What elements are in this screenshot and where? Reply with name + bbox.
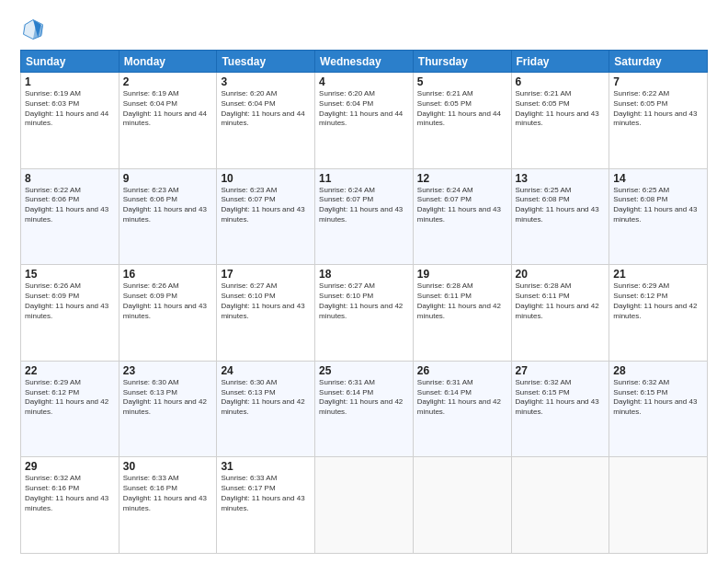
calendar-day-cell: 11 Sunrise: 6:24 AM Sunset: 6:07 PM Dayl…: [315, 168, 414, 265]
calendar-day-cell: 7 Sunrise: 6:22 AM Sunset: 6:05 PM Dayli…: [609, 73, 708, 169]
weekday-header-cell: Friday: [511, 51, 609, 73]
day-number: 30: [123, 460, 213, 473]
day-number: 9: [123, 172, 213, 185]
calendar-day-cell: 30 Sunrise: 6:33 AM Sunset: 6:16 PM Dayl…: [119, 457, 217, 554]
calendar-day-cell: 12 Sunrise: 6:24 AM Sunset: 6:07 PM Dayl…: [413, 168, 511, 265]
day-number: 5: [417, 75, 507, 88]
calendar-week-row: 22 Sunrise: 6:29 AM Sunset: 6:12 PM Dayl…: [21, 361, 708, 457]
day-info: Sunrise: 6:28 AM Sunset: 6:11 PM Dayligh…: [516, 282, 606, 321]
day-number: 25: [319, 364, 409, 377]
calendar-day-cell: 19 Sunrise: 6:28 AM Sunset: 6:11 PM Dayl…: [413, 265, 511, 362]
day-info: Sunrise: 6:26 AM Sunset: 6:09 PM Dayligh…: [123, 282, 213, 321]
calendar-day-cell: 8 Sunrise: 6:22 AM Sunset: 6:06 PM Dayli…: [21, 168, 119, 265]
day-number: 1: [25, 75, 115, 88]
calendar-day-cell: 25 Sunrise: 6:31 AM Sunset: 6:14 PM Dayl…: [315, 361, 414, 457]
day-info: Sunrise: 6:30 AM Sunset: 6:13 PM Dayligh…: [123, 378, 213, 418]
day-number: 12: [417, 172, 507, 185]
calendar-day-cell: [413, 457, 511, 554]
day-info: Sunrise: 6:29 AM Sunset: 6:12 PM Dayligh…: [613, 282, 703, 321]
calendar-week-row: 15 Sunrise: 6:26 AM Sunset: 6:09 PM Dayl…: [21, 265, 708, 362]
day-info: Sunrise: 6:25 AM Sunset: 6:08 PM Dayligh…: [613, 186, 703, 225]
calendar-day-cell: 27 Sunrise: 6:32 AM Sunset: 6:15 PM Dayl…: [511, 361, 609, 457]
weekday-header-cell: Thursday: [413, 51, 511, 73]
calendar-body: 1 Sunrise: 6:19 AM Sunset: 6:03 PM Dayli…: [21, 73, 708, 554]
day-number: 3: [221, 75, 311, 88]
calendar-day-cell: 6 Sunrise: 6:21 AM Sunset: 6:05 PM Dayli…: [511, 73, 609, 169]
calendar-day-cell: 15 Sunrise: 6:26 AM Sunset: 6:09 PM Dayl…: [21, 265, 119, 362]
day-number: 14: [613, 172, 703, 185]
day-number: 18: [319, 268, 409, 281]
calendar-day-cell: 17 Sunrise: 6:27 AM Sunset: 6:10 PM Dayl…: [217, 265, 315, 362]
day-info: Sunrise: 6:32 AM Sunset: 6:15 PM Dayligh…: [613, 378, 703, 418]
calendar-table: SundayMondayTuesdayWednesdayThursdayFrid…: [20, 50, 708, 554]
calendar-day-cell: 23 Sunrise: 6:30 AM Sunset: 6:13 PM Dayl…: [119, 361, 217, 457]
day-number: 13: [516, 172, 606, 185]
day-info: Sunrise: 6:29 AM Sunset: 6:12 PM Dayligh…: [25, 378, 115, 418]
day-info: Sunrise: 6:32 AM Sunset: 6:16 PM Dayligh…: [25, 474, 115, 513]
day-number: 15: [25, 268, 115, 281]
calendar-day-cell: 1 Sunrise: 6:19 AM Sunset: 6:03 PM Dayli…: [21, 73, 119, 169]
calendar-day-cell: [609, 457, 708, 554]
logo-icon: [20, 17, 46, 42]
day-number: 8: [25, 172, 115, 185]
logo: [20, 17, 50, 42]
day-number: 11: [319, 172, 409, 185]
day-number: 17: [221, 268, 311, 281]
calendar-day-cell: 28 Sunrise: 6:32 AM Sunset: 6:15 PM Dayl…: [609, 361, 708, 457]
calendar-day-cell: 29 Sunrise: 6:32 AM Sunset: 6:16 PM Dayl…: [21, 457, 119, 554]
day-info: Sunrise: 6:32 AM Sunset: 6:15 PM Dayligh…: [516, 378, 606, 418]
calendar-day-cell: 5 Sunrise: 6:21 AM Sunset: 6:05 PM Dayli…: [413, 73, 511, 169]
calendar-day-cell: 4 Sunrise: 6:20 AM Sunset: 6:04 PM Dayli…: [315, 73, 414, 169]
calendar-day-cell: 13 Sunrise: 6:25 AM Sunset: 6:08 PM Dayl…: [511, 168, 609, 265]
calendar-day-cell: 3 Sunrise: 6:20 AM Sunset: 6:04 PM Dayli…: [217, 73, 315, 169]
weekday-header-row: SundayMondayTuesdayWednesdayThursdayFrid…: [21, 51, 708, 73]
day-info: Sunrise: 6:33 AM Sunset: 6:17 PM Dayligh…: [221, 474, 311, 513]
weekday-header-cell: Wednesday: [315, 51, 414, 73]
calendar-day-cell: 16 Sunrise: 6:26 AM Sunset: 6:09 PM Dayl…: [119, 265, 217, 362]
calendar-day-cell: 10 Sunrise: 6:23 AM Sunset: 6:07 PM Dayl…: [217, 168, 315, 265]
day-info: Sunrise: 6:21 AM Sunset: 6:05 PM Dayligh…: [516, 89, 606, 129]
weekday-header-cell: Sunday: [21, 51, 119, 73]
day-info: Sunrise: 6:33 AM Sunset: 6:16 PM Dayligh…: [123, 474, 213, 513]
day-info: Sunrise: 6:24 AM Sunset: 6:07 PM Dayligh…: [417, 186, 507, 225]
day-number: 26: [417, 364, 507, 377]
day-number: 23: [123, 364, 213, 377]
day-info: Sunrise: 6:31 AM Sunset: 6:14 PM Dayligh…: [417, 378, 507, 418]
day-number: 27: [516, 364, 606, 377]
day-info: Sunrise: 6:28 AM Sunset: 6:11 PM Dayligh…: [417, 282, 507, 321]
day-info: Sunrise: 6:22 AM Sunset: 6:05 PM Dayligh…: [613, 89, 703, 129]
calendar-day-cell: 26 Sunrise: 6:31 AM Sunset: 6:14 PM Dayl…: [413, 361, 511, 457]
day-info: Sunrise: 6:26 AM Sunset: 6:09 PM Dayligh…: [25, 282, 115, 321]
day-info: Sunrise: 6:23 AM Sunset: 6:06 PM Dayligh…: [123, 186, 213, 225]
day-info: Sunrise: 6:27 AM Sunset: 6:10 PM Dayligh…: [319, 282, 409, 321]
calendar-day-cell: 18 Sunrise: 6:27 AM Sunset: 6:10 PM Dayl…: [315, 265, 414, 362]
day-number: 28: [613, 364, 703, 377]
day-number: 21: [613, 268, 703, 281]
calendar-day-cell: 9 Sunrise: 6:23 AM Sunset: 6:06 PM Dayli…: [119, 168, 217, 265]
calendar-day-cell: [315, 457, 414, 554]
page: SundayMondayTuesdayWednesdayThursdayFrid…: [0, 0, 728, 563]
day-info: Sunrise: 6:27 AM Sunset: 6:10 PM Dayligh…: [221, 282, 311, 321]
weekday-header-cell: Tuesday: [217, 51, 315, 73]
day-number: 29: [25, 460, 115, 473]
day-number: 2: [123, 75, 213, 88]
day-number: 6: [516, 75, 606, 88]
weekday-header-cell: Saturday: [609, 51, 708, 73]
day-number: 24: [221, 364, 311, 377]
day-info: Sunrise: 6:23 AM Sunset: 6:07 PM Dayligh…: [221, 186, 311, 225]
calendar-week-row: 29 Sunrise: 6:32 AM Sunset: 6:16 PM Dayl…: [21, 457, 708, 554]
day-number: 20: [516, 268, 606, 281]
calendar-week-row: 8 Sunrise: 6:22 AM Sunset: 6:06 PM Dayli…: [21, 168, 708, 265]
day-number: 31: [221, 460, 311, 473]
day-number: 22: [25, 364, 115, 377]
day-number: 4: [319, 75, 409, 88]
day-info: Sunrise: 6:22 AM Sunset: 6:06 PM Dayligh…: [25, 186, 115, 225]
calendar-day-cell: 31 Sunrise: 6:33 AM Sunset: 6:17 PM Dayl…: [217, 457, 315, 554]
calendar-day-cell: 2 Sunrise: 6:19 AM Sunset: 6:04 PM Dayli…: [119, 73, 217, 169]
day-info: Sunrise: 6:25 AM Sunset: 6:08 PM Dayligh…: [516, 186, 606, 225]
calendar-day-cell: [511, 457, 609, 554]
day-info: Sunrise: 6:21 AM Sunset: 6:05 PM Dayligh…: [417, 89, 507, 129]
day-info: Sunrise: 6:20 AM Sunset: 6:04 PM Dayligh…: [319, 89, 409, 129]
calendar-day-cell: 22 Sunrise: 6:29 AM Sunset: 6:12 PM Dayl…: [21, 361, 119, 457]
weekday-header-cell: Monday: [119, 51, 217, 73]
